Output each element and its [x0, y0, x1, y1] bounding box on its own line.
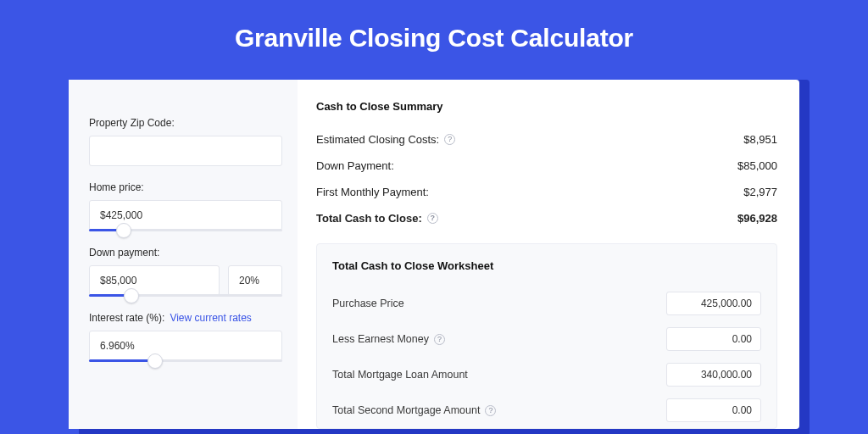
worksheet-row-label: Total Mortgage Loan Amount — [332, 369, 468, 381]
worksheet-panel: Total Cash to Close Worksheet Purchase P… — [316, 243, 777, 429]
calculator-card: Property Zip Code: Home price: Down paym… — [69, 80, 799, 429]
view-rates-link[interactable]: View current rates — [170, 312, 252, 324]
worksheet-value-input[interactable] — [666, 327, 761, 351]
down-payment-slider[interactable] — [89, 294, 282, 297]
zip-input[interactable] — [89, 136, 282, 166]
worksheet-row: Less Earnest Money ? — [332, 321, 761, 357]
worksheet-row-label: Less Earnest Money — [332, 333, 429, 345]
interest-input[interactable] — [89, 331, 282, 361]
worksheet-row-label: Total Second Mortgage Amount — [332, 404, 480, 416]
summary-row: First Monthly Payment: $2,977 — [316, 179, 777, 205]
worksheet-value-input[interactable] — [666, 292, 761, 315]
summary-row-label: Down Payment: — [316, 159, 394, 172]
summary-row-value: $2,977 — [743, 186, 777, 198]
summary-row: Down Payment: $85,000 — [316, 153, 777, 179]
worksheet-row-label: Purchase Price — [332, 298, 404, 309]
summary-row-label: First Monthly Payment: — [316, 186, 429, 198]
summary-row-value: $85,000 — [737, 159, 777, 172]
summary-row-total: Total Cash to Close: ? $96,928 — [316, 205, 777, 231]
summary-row-value: $96,928 — [737, 212, 777, 225]
summary-title: Cash to Close Summary — [316, 100, 777, 113]
slider-thumb-icon[interactable] — [147, 353, 163, 369]
down-payment-input[interactable] — [89, 265, 220, 296]
home-price-slider[interactable] — [89, 229, 282, 231]
worksheet-row: Total Mortgage Loan Amount — [332, 357, 761, 392]
down-payment-label: Down payment: — [89, 247, 282, 259]
interest-label: Interest rate (%): — [89, 312, 164, 324]
home-price-label: Home price: — [89, 181, 282, 193]
worksheet-row: Total Second Mortgage Amount ? — [332, 392, 761, 428]
inputs-panel: Property Zip Code: Home price: Down paym… — [69, 80, 298, 429]
worksheet-row: Purchase Price — [332, 286, 761, 321]
help-icon[interactable]: ? — [485, 405, 496, 416]
interest-slider[interactable] — [89, 359, 282, 362]
slider-thumb-icon[interactable] — [116, 223, 131, 238]
summary-row-label: Estimated Closing Costs: — [316, 133, 439, 146]
down-payment-pct-input[interactable] — [228, 265, 282, 296]
worksheet-value-input[interactable] — [666, 398, 761, 422]
worksheet-title: Total Cash to Close Worksheet — [332, 259, 761, 272]
help-icon[interactable]: ? — [444, 134, 455, 145]
summary-row-label: Total Cash to Close: — [316, 212, 422, 225]
help-icon[interactable]: ? — [434, 334, 445, 345]
slider-thumb-icon[interactable] — [124, 288, 139, 303]
summary-row-value: $8,951 — [743, 133, 777, 146]
worksheet-value-input[interactable] — [666, 363, 761, 387]
summary-row: Estimated Closing Costs: ? $8,951 — [316, 126, 777, 153]
help-icon[interactable]: ? — [427, 213, 438, 224]
zip-label: Property Zip Code: — [89, 117, 282, 129]
results-panel: Cash to Close Summary Estimated Closing … — [298, 80, 799, 429]
page-title: Granville Closing Cost Calculator — [0, 0, 868, 71]
